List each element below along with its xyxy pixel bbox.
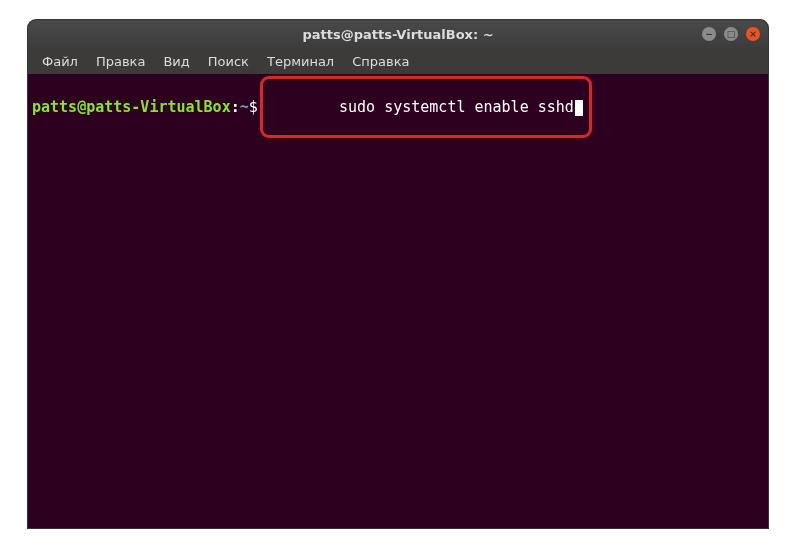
- menubar: Файл Правка Вид Поиск Терминал Справка: [28, 48, 768, 74]
- prompt-symbol: $: [249, 98, 258, 116]
- menu-file[interactable]: Файл: [34, 52, 86, 71]
- maximize-icon: □: [727, 29, 736, 39]
- window-title: patts@patts-VirtualBox: ~: [302, 27, 493, 42]
- menu-search[interactable]: Поиск: [200, 52, 257, 71]
- command-text: sudo systemctl enable sshd: [339, 98, 574, 116]
- prompt-colon: :: [231, 98, 240, 116]
- command-highlight-box: sudo systemctl enable sshd: [260, 76, 592, 138]
- minimize-button[interactable]: −: [702, 27, 716, 41]
- menu-help[interactable]: Справка: [344, 52, 417, 71]
- prompt-line: patts@patts-VirtualBox:~$ sudo systemctl…: [32, 76, 764, 138]
- minimize-icon: −: [705, 29, 713, 39]
- maximize-button[interactable]: □: [724, 27, 738, 41]
- menu-edit[interactable]: Правка: [88, 52, 153, 71]
- titlebar[interactable]: patts@patts-VirtualBox: ~ − □ ×: [28, 20, 768, 48]
- menu-terminal[interactable]: Терминал: [259, 52, 342, 71]
- prompt-user-host: patts@patts-VirtualBox: [32, 98, 231, 116]
- window-controls: − □ ×: [702, 27, 760, 41]
- close-button[interactable]: ×: [746, 27, 760, 41]
- terminal-body[interactable]: patts@patts-VirtualBox:~$ sudo systemctl…: [28, 74, 768, 528]
- prompt-path: ~: [240, 98, 249, 116]
- terminal-cursor: [575, 100, 583, 116]
- menu-view[interactable]: Вид: [155, 52, 197, 71]
- terminal-window: patts@patts-VirtualBox: ~ − □ × Файл Пра…: [28, 20, 768, 528]
- close-icon: ×: [749, 29, 757, 39]
